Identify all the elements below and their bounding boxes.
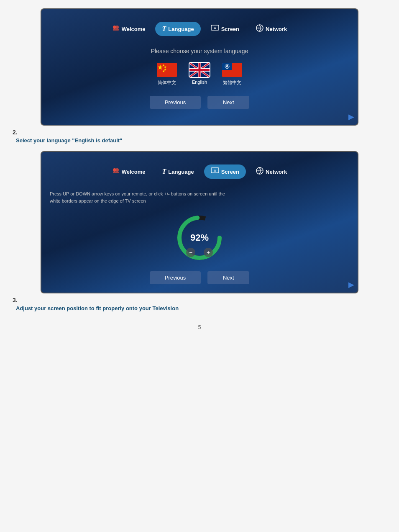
svg-rect-2 xyxy=(113,29,119,31)
flag-tw: ✿ xyxy=(222,63,242,77)
screen-icon: A xyxy=(211,25,219,33)
lang-label-zh-tw: 繁體中文 xyxy=(223,80,241,86)
corner-arrow-screen: ▶ xyxy=(348,280,354,289)
tab-language-label-3: Language xyxy=(168,169,194,175)
tab-welcome[interactable]: Welcome xyxy=(105,22,152,36)
section-2-number: 2. xyxy=(13,129,386,136)
svg-rect-21 xyxy=(199,63,201,77)
svg-point-28 xyxy=(115,168,119,172)
next-button-language[interactable]: Next xyxy=(207,96,249,109)
next-button-screen[interactable]: Next xyxy=(207,271,249,284)
section-3-number: 3. xyxy=(13,297,386,303)
lang-option-zh-tw[interactable]: ✿ 繁體中文 xyxy=(222,63,242,86)
screen-icon-3: A xyxy=(211,167,219,176)
lang-option-zh-cn[interactable]: 简体中文 xyxy=(157,63,177,86)
tab-screen-label: Screen xyxy=(221,26,239,32)
previous-button-language[interactable]: Previous xyxy=(150,96,201,109)
tab-network-label: Network xyxy=(266,26,287,32)
tv-screen-language: Welcome T Language A Screen xyxy=(41,8,358,126)
previous-button-screen[interactable]: Previous xyxy=(150,271,201,284)
nav-tabs-language: Welcome T Language A Screen xyxy=(50,22,349,36)
tab-network-label-3: Network xyxy=(266,169,287,175)
section-2-block: Welcome T Language A Screen xyxy=(13,8,386,126)
tab-network[interactable]: Network xyxy=(249,22,294,36)
gauge-plus-button[interactable]: + xyxy=(204,248,213,257)
svg-rect-29 xyxy=(113,172,119,173)
gauge-percent-label: 92% xyxy=(190,232,209,243)
section-2-caption: Select your language "English is default… xyxy=(16,137,386,144)
tab-language-label: Language xyxy=(168,26,194,32)
network-icon-3 xyxy=(256,167,263,176)
gauge-container: 92% − + xyxy=(50,213,349,263)
network-icon xyxy=(256,24,263,33)
language-options: 简体中文 English xyxy=(50,63,349,86)
language-prompt: Please choose your system language xyxy=(50,48,349,54)
language-icon: T xyxy=(162,25,166,33)
corner-arrow-language: ▶ xyxy=(348,112,354,121)
tab-welcome-label-3: Welcome xyxy=(122,169,146,175)
lang-label-zh-cn: 简体中文 xyxy=(158,80,176,86)
tab-screen-3[interactable]: A Screen xyxy=(204,164,246,179)
language-icon-3: T xyxy=(162,168,166,175)
tab-welcome-label: Welcome xyxy=(122,26,146,32)
svg-text:A: A xyxy=(214,169,216,172)
tab-welcome-3[interactable]: Welcome xyxy=(105,164,152,179)
tab-network-3[interactable]: Network xyxy=(249,164,294,179)
svg-text:✿: ✿ xyxy=(226,64,229,68)
lang-option-en[interactable]: English xyxy=(189,63,210,86)
section-3-block: Welcome T Language A Screen xyxy=(13,151,386,293)
screen-gauge: 92% − + xyxy=(174,213,225,263)
svg-rect-7 xyxy=(157,63,177,77)
gauge-controls: − + xyxy=(186,248,213,257)
button-row-language: Previous Next xyxy=(50,96,349,109)
tab-language-3[interactable]: T Language xyxy=(155,164,200,179)
tab-language[interactable]: T Language xyxy=(155,22,200,36)
tab-screen[interactable]: A Screen xyxy=(204,22,246,36)
flag-uk xyxy=(189,63,210,77)
lang-label-en: English xyxy=(192,80,207,85)
nav-tabs-screen: Welcome T Language A Screen xyxy=(50,164,349,179)
tab-screen-label-3: Screen xyxy=(221,169,239,175)
svg-text:A: A xyxy=(214,26,216,29)
welcome-icon xyxy=(112,25,120,33)
gauge-minus-button[interactable]: − xyxy=(186,248,195,257)
tv-screen-screen: Welcome T Language A Screen xyxy=(41,151,358,293)
svg-point-1 xyxy=(115,26,119,29)
welcome-icon-3 xyxy=(112,168,120,175)
flag-zh-cn xyxy=(157,63,177,77)
page-number: 5 xyxy=(13,324,386,330)
section-3-caption: Adjust your screen position to fit prope… xyxy=(16,305,386,311)
